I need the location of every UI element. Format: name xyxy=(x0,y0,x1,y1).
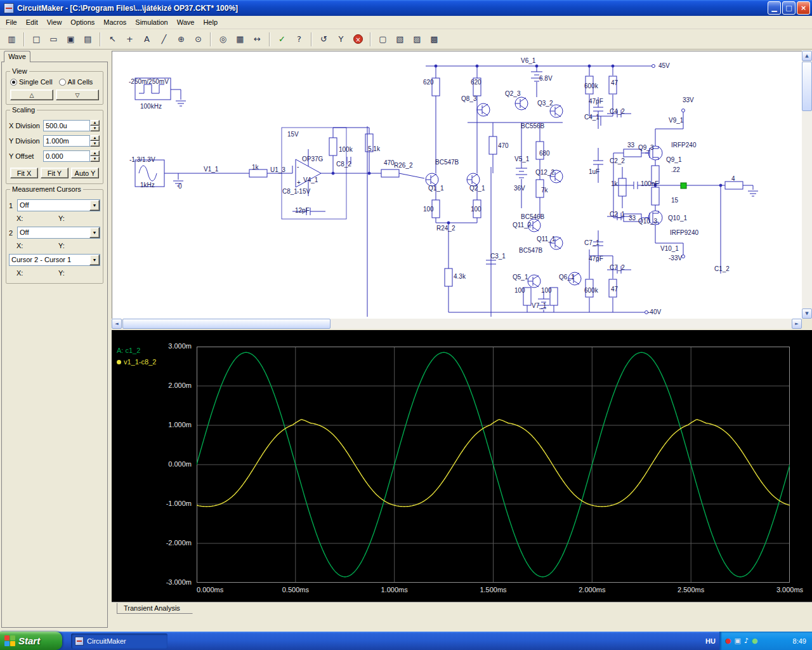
svg-text:C7_2: C7_2 xyxy=(610,264,625,271)
y-offset-input[interactable]: 0.000 xyxy=(43,150,90,162)
digital-window-button[interactable]: ▩ xyxy=(426,32,442,47)
close-button[interactable]: × xyxy=(797,1,810,15)
scaling-group: Scaling X Division 500.0u ▲ ▼ Y Division… xyxy=(6,110,103,184)
cursor2-row: 2 Off ▼ xyxy=(9,227,100,239)
y-division-spin-up[interactable]: ▲ xyxy=(90,135,100,141)
menu-help[interactable]: Help xyxy=(199,17,222,28)
y-division-input[interactable]: 1.000m xyxy=(43,135,90,147)
zoom-tool-button[interactable]: ⊙ xyxy=(190,32,206,47)
fit-x-button[interactable]: Fit X xyxy=(10,168,38,178)
new-file-button[interactable]: □ xyxy=(29,32,44,47)
menu-edit[interactable]: Edit xyxy=(22,17,43,28)
cursor2-select[interactable]: Off ▼ xyxy=(17,227,100,239)
cursor-diff-select[interactable]: Cursor 2 - Cursor 1 ▼ xyxy=(9,254,100,266)
y-division-spin-down[interactable]: ▼ xyxy=(90,141,100,147)
svg-text:BC547B: BC547B xyxy=(519,247,543,254)
reset-button[interactable]: ↺ xyxy=(316,32,332,47)
horizontal-scrollbar[interactable]: ◄ ► xyxy=(112,319,802,329)
select-tool-button[interactable]: ↖ xyxy=(105,32,121,47)
scroll-up-icon[interactable]: ▲ xyxy=(802,51,812,61)
svg-text:47pF: 47pF xyxy=(589,255,603,262)
wave-down-button[interactable]: ▽ xyxy=(56,90,99,100)
vertical-scrollbar[interactable]: ▲ ▼ xyxy=(802,51,812,319)
schematic-canvas[interactable]: -250m/250mV100kHz-1.3/1.3V1kHz0V1_11kU1_… xyxy=(112,51,802,319)
text-tool-button[interactable]: A xyxy=(139,32,155,47)
sheet-button[interactable]: ▦ xyxy=(232,32,248,47)
svg-text:Q10_3: Q10_3 xyxy=(638,218,657,225)
stop-simulation-button[interactable]: × xyxy=(350,32,366,47)
scroll-left-icon[interactable]: ◄ xyxy=(112,319,122,329)
waveform-plot xyxy=(197,347,790,583)
tray-messenger-icon[interactable]: ● xyxy=(752,637,758,644)
y-tick-label: -2.000m xyxy=(112,539,192,547)
svg-text:+: + xyxy=(297,179,301,186)
meter-button[interactable]: ▥ xyxy=(4,32,20,47)
cursors-group-label: Measurement Cursors xyxy=(10,185,83,193)
vertical-scroll-thumb[interactable] xyxy=(802,62,812,111)
x-division-spin-up[interactable]: ▲ xyxy=(90,120,100,126)
waveform-viewer[interactable]: 3.000m2.000m1.000m0.000m-1.000m-2.000m-3… xyxy=(112,330,812,602)
menu-wave[interactable]: Wave xyxy=(173,17,199,28)
taskbar-task-circuitmaker[interactable]: CircuitMaker xyxy=(71,633,167,649)
cursor1-select[interactable]: Off ▼ xyxy=(17,199,100,211)
find-part-button[interactable]: ◎ xyxy=(215,32,231,47)
start-button[interactable]: Start xyxy=(0,632,62,650)
save-file-button[interactable]: ▣ xyxy=(63,32,79,47)
help-button[interactable]: ? xyxy=(291,32,307,47)
menu-view[interactable]: View xyxy=(43,17,67,28)
language-indicator[interactable]: HU xyxy=(705,632,716,650)
y-offset-spin-down[interactable]: ▼ xyxy=(90,156,100,162)
svg-text:Q12_2: Q12_2 xyxy=(535,169,554,176)
wire-tool-button[interactable]: ╱ xyxy=(156,32,172,47)
horizontal-scroll-thumb[interactable] xyxy=(122,319,331,329)
y-offset-spin-up[interactable]: ▲ xyxy=(90,150,100,156)
scope-window-icon: ▧ xyxy=(396,35,403,44)
cursor2-x-value xyxy=(25,242,53,251)
run-check-button[interactable]: ✓ xyxy=(274,32,290,47)
x-division-spin-down[interactable]: ▼ xyxy=(90,126,100,131)
menu-macros[interactable]: Macros xyxy=(99,17,131,28)
analysis-tab-row: Transient Analysis xyxy=(112,602,812,632)
scope-window-button[interactable]: ▧ xyxy=(392,32,408,47)
cursor1-value: Off xyxy=(18,200,89,211)
scroll-right-icon[interactable]: ► xyxy=(792,319,802,329)
svg-text:V6_1: V6_1 xyxy=(521,57,536,64)
run-check-icon: ✓ xyxy=(278,35,285,44)
tray-volume-icon[interactable]: ♪ xyxy=(744,637,749,644)
menu-simulation[interactable]: Simulation xyxy=(131,17,172,28)
tab-wave[interactable]: Wave xyxy=(4,51,30,62)
analysis-window-button[interactable]: ▨ xyxy=(409,32,425,47)
menu-options[interactable]: Options xyxy=(66,17,99,28)
fit-window-button[interactable]: ↔ xyxy=(249,32,265,47)
cursor-diff-dropdown-arrow-icon[interactable]: ▼ xyxy=(89,255,100,265)
fit-y-button[interactable]: Fit Y xyxy=(41,168,69,178)
cursor2-dropdown-arrow-icon[interactable]: ▼ xyxy=(89,227,100,238)
print-button[interactable]: ▤ xyxy=(80,32,96,47)
tab-transient-analysis[interactable]: Transient Analysis xyxy=(117,603,193,614)
open-file-button[interactable]: ▭ xyxy=(46,32,62,47)
tray-antivirus-icon[interactable]: ● xyxy=(725,637,731,644)
x-division-input[interactable]: 500.0u xyxy=(43,120,90,131)
reset-icon: ↺ xyxy=(320,35,327,44)
place-part-button[interactable]: + xyxy=(122,32,138,47)
zoom-in-button[interactable]: ⊕ xyxy=(173,32,189,47)
tray-display-icon[interactable]: ▣ xyxy=(735,637,741,644)
app-icon xyxy=(4,3,14,13)
new-window-button[interactable]: ▢ xyxy=(375,32,391,47)
auto-y-button[interactable]: Auto Y xyxy=(71,168,99,178)
place-part-icon: + xyxy=(126,35,133,44)
wave-up-button[interactable]: △ xyxy=(10,90,53,100)
y-tick-label: -1.000m xyxy=(112,500,192,507)
scroll-down-icon[interactable]: ▼ xyxy=(802,308,812,319)
radio-single-cell[interactable]: Single Cell xyxy=(10,78,53,86)
cursor1-dropdown-arrow-icon[interactable]: ▼ xyxy=(89,200,100,211)
radio-all-cells[interactable]: All Cells xyxy=(59,78,93,86)
menu-file[interactable]: File xyxy=(1,17,22,28)
restore-button[interactable]: □ xyxy=(782,1,796,15)
minimize-button[interactable]: ▁ xyxy=(768,1,781,15)
radio-label-all-cells: All Cells xyxy=(68,78,93,86)
legend-label: v1_1-c8_2 xyxy=(124,358,156,366)
svg-text:470: 470 xyxy=(498,142,509,149)
svg-text:36V: 36V xyxy=(514,185,525,192)
probe-tool-button[interactable]: Y xyxy=(333,32,349,47)
